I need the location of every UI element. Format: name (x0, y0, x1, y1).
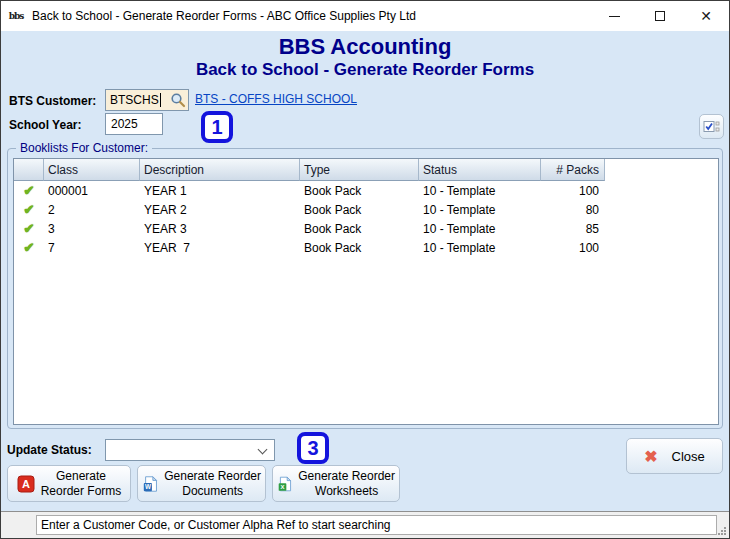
column-header-filler (605, 159, 718, 181)
bts-customer-input[interactable]: BTSCHS (105, 89, 189, 111)
customer-search-button[interactable] (168, 92, 188, 108)
maximize-icon (655, 11, 665, 21)
maximize-button[interactable] (637, 1, 683, 31)
cell-packs: 100 (541, 238, 605, 257)
booklists-groupbox: Booklists For Customer: Class Descriptio… (7, 148, 723, 429)
app-icon: bbs (7, 7, 25, 25)
update-status-label: Update Status: (7, 443, 92, 457)
word-doc-icon: W (142, 475, 158, 493)
button-label-line2: Documents (182, 484, 243, 498)
close-window-button[interactable]: ✕ (683, 1, 729, 31)
cell-class: 2 (44, 200, 140, 219)
table-header-row: Class Description Type Status # Packs (14, 159, 718, 181)
cell-packs: 100 (541, 181, 605, 200)
cell-packs: 80 (541, 200, 605, 219)
button-label-line2: Worksheets (315, 484, 378, 498)
cell-type: Book Pack (300, 200, 419, 219)
school-year-input[interactable]: 2025 (105, 113, 163, 135)
column-header-class[interactable]: Class (44, 159, 140, 181)
svg-text:A: A (22, 478, 30, 490)
button-label-line1: Generate (56, 469, 106, 483)
bts-customer-value: BTSCHS (106, 93, 159, 107)
cell-type: Book Pack (300, 181, 419, 200)
cell-type: Book Pack (300, 238, 419, 257)
close-icon: ✕ (700, 9, 712, 23)
resize-grip-icon[interactable] (717, 526, 727, 536)
check-icon: ✔ (24, 240, 35, 255)
cell-description: YEAR 1 (140, 181, 300, 200)
cell-status: 10 - Template (419, 238, 541, 257)
generate-reorder-forms-button[interactable]: A Generate Reorder Forms (7, 465, 131, 502)
button-label-line2: Reorder Forms (41, 484, 122, 498)
status-message: Enter a Customer Code, or Customer Alpha… (36, 515, 717, 535)
column-header-status[interactable]: Status (419, 159, 541, 181)
button-label-line1: Generate Reorder (164, 469, 261, 483)
cell-description: YEAR 7 (140, 238, 300, 257)
app-name-heading: BBS Accounting (1, 34, 729, 60)
cell-class: 000001 (44, 181, 140, 200)
cell-description: YEAR 2 (140, 200, 300, 219)
table-row[interactable]: ✔ 7 YEAR 7 Book Pack 10 - Template 100 (14, 238, 718, 257)
step-1-badge: 1 (201, 111, 233, 143)
search-icon (170, 92, 186, 108)
cell-description: YEAR 3 (140, 219, 300, 238)
school-year-label: School Year: (9, 118, 81, 132)
generate-reorder-worksheets-button[interactable]: X Generate Reorder Worksheets (272, 465, 400, 502)
cell-status: 10 - Template (419, 200, 541, 219)
close-button[interactable]: ✖ Close (626, 438, 723, 474)
chevron-down-icon (258, 445, 268, 455)
close-button-label: Close (672, 449, 705, 464)
customer-link[interactable]: BTS - COFFS HIGH SCHOOL (195, 92, 357, 106)
check-icon: ✔ (24, 221, 35, 236)
column-options-button[interactable] (699, 114, 724, 139)
pdf-icon: A (17, 475, 35, 493)
cell-class: 3 (44, 219, 140, 238)
cell-status: 10 - Template (419, 181, 541, 200)
window-controls: ✕ (591, 1, 729, 31)
svg-text:W: W (145, 483, 151, 490)
column-header-type[interactable]: Type (300, 159, 419, 181)
table-row[interactable]: ✔ 000001 YEAR 1 Book Pack 10 - Template … (14, 181, 718, 200)
column-header-description[interactable]: Description (140, 159, 300, 181)
column-header-icon[interactable] (14, 159, 44, 181)
excel-sheet-icon: X (277, 475, 292, 493)
check-icon: ✔ (24, 202, 35, 217)
status-bar: Enter a Customer Code, or Customer Alpha… (1, 511, 729, 538)
svg-text:X: X (281, 484, 285, 490)
cell-status: 10 - Template (419, 219, 541, 238)
text-caret (160, 93, 161, 107)
table-row[interactable]: ✔ 3 YEAR 3 Book Pack 10 - Template 85 (14, 219, 718, 238)
check-icon: ✔ (24, 183, 35, 198)
booklists-group-label: Booklists For Customer: (16, 141, 152, 155)
minimize-button[interactable] (591, 1, 637, 31)
window-title: Back to School - Generate Reorder Forms … (32, 9, 416, 23)
title-bar: bbs Back to School - Generate Reorder Fo… (1, 1, 729, 31)
booklists-table[interactable]: Class Description Type Status # Packs ✔ … (13, 158, 719, 425)
checkbox-options-icon (703, 120, 720, 134)
close-x-icon: ✖ (644, 447, 657, 466)
step-3-badge: 3 (297, 432, 329, 464)
button-label-line1: Generate Reorder (298, 469, 395, 483)
table-row[interactable]: ✔ 2 YEAR 2 Book Pack 10 - Template 80 (14, 200, 718, 219)
screen-title-heading: Back to School - Generate Reorder Forms (1, 60, 729, 80)
generate-reorder-documents-button[interactable]: W Generate Reorder Documents (137, 465, 266, 502)
cell-type: Book Pack (300, 219, 419, 238)
cell-class: 7 (44, 238, 140, 257)
cell-packs: 85 (541, 219, 605, 238)
column-header-packs[interactable]: # Packs (541, 159, 605, 181)
bts-customer-label: BTS Customer: (9, 94, 96, 108)
minimize-icon (609, 16, 620, 17)
update-status-dropdown[interactable] (105, 439, 275, 461)
app-window: bbs Back to School - Generate Reorder Fo… (0, 0, 730, 539)
